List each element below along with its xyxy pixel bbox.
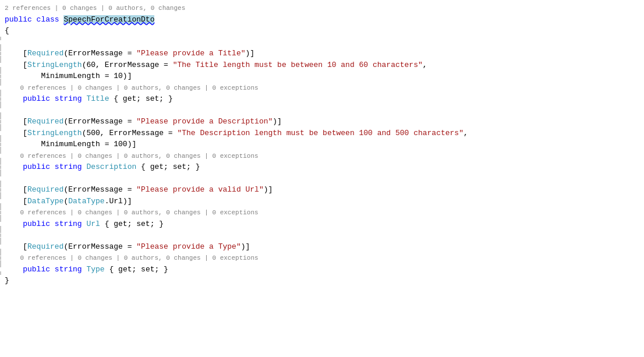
line-row: 0 references | 0 changes | 0 authors, 0 … — [0, 150, 644, 162]
meta-line: 0 references | 0 changes | 0 authors, 0 … — [3, 150, 644, 162]
code-line: } — [3, 275, 644, 287]
line-gutter — [0, 48, 2, 59]
line-row: public string Title { get; set; } — [0, 93, 644, 105]
line-row: MinimumLength = 10)] — [0, 70, 644, 82]
code-line: public string Description { get; set; } — [3, 161, 644, 173]
line-row — [0, 105, 644, 116]
empty-line — [3, 105, 644, 116]
code-line: [StringLength(60, ErrorMessage = "The Ti… — [3, 59, 644, 71]
line-gutter — [0, 252, 2, 264]
line-row: [DataType(DataType.Url)] — [0, 196, 644, 207]
line-row: [StringLength(60, ErrorMessage = "The Ti… — [0, 59, 644, 71]
line-row: } — [0, 275, 644, 287]
empty-line — [3, 229, 644, 241]
line-row: 0 references | 0 changes | 0 authors, 0 … — [0, 252, 644, 264]
line-gutter — [0, 116, 2, 128]
code-line: [DataType(DataType.Url)] — [3, 196, 644, 207]
line-gutter — [0, 37, 2, 48]
line-gutter — [0, 196, 2, 207]
line-row: public string Description { get; set; } — [0, 161, 644, 173]
line-gutter — [0, 150, 2, 162]
code-container: 2 references | 0 changes | 0 authors, 0 … — [0, 0, 644, 357]
code-line: public string Url { get; set; } — [3, 218, 644, 230]
line-gutter — [0, 173, 2, 185]
line-gutter — [0, 59, 2, 71]
line-gutter — [0, 207, 2, 218]
line-gutter — [0, 105, 2, 116]
code-line: public string Type { get; set; } — [3, 264, 644, 275]
code-line: { — [3, 25, 644, 37]
line-row — [0, 173, 644, 185]
code-line: MinimumLength = 10)] — [3, 70, 644, 82]
line-gutter — [0, 82, 2, 94]
line-row: public string Type { get; set; } — [0, 264, 644, 275]
line-gutter — [0, 139, 2, 150]
line-gutter — [0, 70, 2, 82]
line-row: [Required(ErrorMessage = "Please provide… — [0, 241, 644, 253]
empty-line — [3, 37, 644, 48]
line-gutter — [0, 93, 2, 105]
meta-line: 2 references | 0 changes | 0 authors, 0 … — [3, 2, 644, 14]
line-gutter — [0, 229, 2, 241]
line-row: public class SpeechForCreationDto — [0, 14, 644, 26]
line-row: [Required(ErrorMessage = "Please provide… — [0, 48, 644, 59]
code-line: [Required(ErrorMessage = "Please provide… — [3, 116, 644, 128]
code-line: public string Title { get; set; } — [3, 93, 644, 105]
code-line: [StringLength(500, ErrorMessage = "The D… — [3, 128, 644, 139]
line-gutter — [0, 184, 2, 196]
line-row: 0 references | 0 changes | 0 authors, 0 … — [0, 82, 644, 94]
line-row: public string Url { get; set; } — [0, 218, 644, 230]
line-row: [Required(ErrorMessage = "Please provide… — [0, 184, 644, 196]
meta-line: 0 references | 0 changes | 0 authors, 0 … — [3, 82, 644, 94]
code-line: public class SpeechForCreationDto — [3, 14, 644, 26]
meta-line: 0 references | 0 changes | 0 authors, 0 … — [3, 207, 644, 218]
line-gutter — [0, 161, 2, 173]
line-gutter — [0, 241, 2, 253]
line-row — [0, 229, 644, 241]
line-gutter — [0, 264, 2, 275]
line-row: { — [0, 25, 644, 37]
code-line: [Required(ErrorMessage = "Please provide… — [3, 184, 644, 196]
line-row — [0, 37, 644, 48]
empty-line — [3, 173, 644, 185]
line-gutter — [0, 128, 2, 139]
code-line: MinimumLength = 100)] — [3, 139, 644, 150]
line-row: 0 references | 0 changes | 0 authors, 0 … — [0, 207, 644, 218]
line-gutter — [0, 218, 2, 230]
line-row: [StringLength(500, ErrorMessage = "The D… — [0, 128, 644, 139]
line-row: MinimumLength = 100)] — [0, 139, 644, 150]
meta-line: 0 references | 0 changes | 0 authors, 0 … — [3, 252, 644, 264]
code-line: [Required(ErrorMessage = "Please provide… — [3, 241, 644, 253]
line-row: [Required(ErrorMessage = "Please provide… — [0, 116, 644, 128]
line-row: 2 references | 0 changes | 0 authors, 0 … — [0, 2, 644, 14]
code-line: [Required(ErrorMessage = "Please provide… — [3, 48, 644, 59]
